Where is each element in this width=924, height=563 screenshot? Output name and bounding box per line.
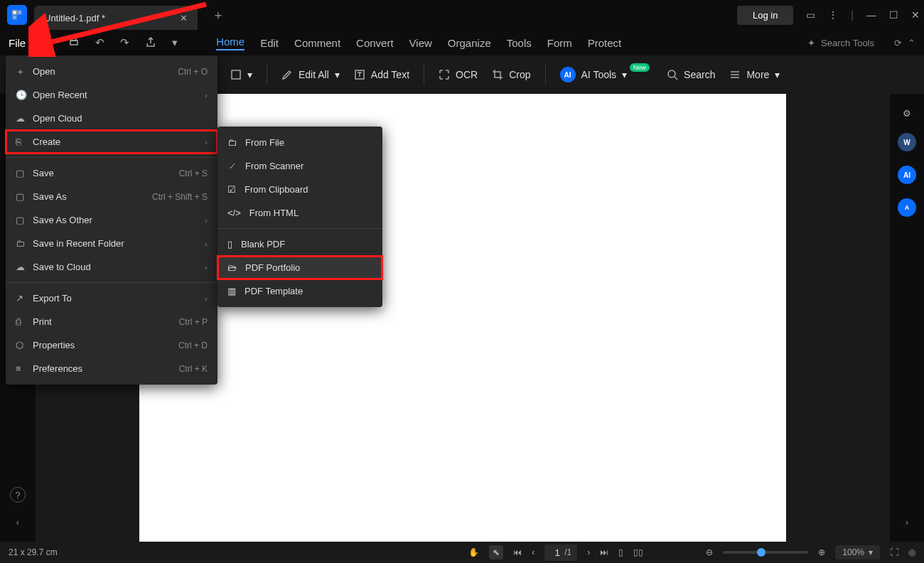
edit-all-button[interactable]: Edit All▾ (281, 69, 340, 80)
word-export-icon[interactable]: W (898, 133, 916, 151)
zoom-level-select[interactable]: 100%▾ (835, 545, 880, 559)
ai-tools-button[interactable]: AIAI Tools▾New (560, 67, 653, 82)
menu-open-recent[interactable]: 🕒Open Recent› (6, 83, 217, 107)
fit-screen-icon[interactable]: ⛶ (890, 547, 898, 557)
tab-protect[interactable]: Protect (588, 37, 622, 49)
tab-title: Untitled-1.pdf * (44, 13, 105, 23)
menu-open-cloud[interactable]: ☁Open Cloud (6, 107, 217, 130)
open-icon[interactable] (41, 36, 53, 50)
kebab-menu-icon[interactable]: ⋮ (828, 9, 838, 21)
submenu-from-html[interactable]: </>From HTML (217, 201, 382, 225)
menubar: File ↶ ↷ ▾ Home Edit Comment Convert Vie… (0, 30, 924, 55)
add-text-button[interactable]: Add Text (354, 69, 409, 80)
submenu-pdf-template[interactable]: ▥PDF Template (217, 279, 382, 303)
tab-organize[interactable]: Organize (448, 37, 491, 49)
first-page-icon[interactable]: ⏮ (513, 547, 522, 557)
svg-rect-2 (13, 16, 16, 19)
right-rail: ⚙ W AI A › (890, 94, 924, 542)
page-dimensions: 21 x 29.7 cm (9, 547, 58, 557)
crop-button[interactable]: Crop (492, 69, 530, 80)
tab-convert[interactable]: Convert (356, 37, 394, 49)
svg-point-7 (668, 70, 675, 77)
single-page-icon[interactable]: ▯ (618, 547, 623, 557)
share-icon[interactable] (145, 36, 156, 50)
create-submenu: 🗀From File ⟋From Scanner ☑From Clipboard… (217, 127, 382, 307)
svg-rect-1 (18, 11, 21, 14)
svg-rect-5 (232, 70, 240, 79)
zoom-out-icon[interactable]: ⊖ (706, 547, 713, 557)
settings-sliders-icon[interactable]: ⚙ (903, 108, 911, 119)
close-window-icon[interactable]: ✕ (911, 9, 920, 21)
menu-preferences[interactable]: ≡PreferencesCtrl + K (6, 357, 217, 380)
file-menu-dropdown: ＋OpenCtrl + O 🕒Open Recent› ☁Open Cloud … (6, 55, 217, 385)
menu-save-as-other[interactable]: ▢Save As Other› (6, 208, 217, 232)
tab-view[interactable]: View (409, 37, 432, 49)
shape-tool[interactable]: ▾ (230, 69, 252, 80)
new-tab-button[interactable]: ＋ (212, 6, 225, 23)
next-page-icon[interactable]: › (587, 547, 590, 557)
menu-save-recent-folder[interactable]: 🗀Save in Recent Folder› (6, 232, 217, 255)
double-page-icon[interactable]: ▯▯ (633, 547, 643, 557)
svg-rect-0 (13, 11, 16, 14)
tab-form[interactable]: Form (547, 37, 572, 49)
search-tools-icon: ✦ (807, 38, 815, 48)
tab-edit[interactable]: Edit (260, 37, 279, 49)
prev-page-icon[interactable]: ‹ (532, 547, 534, 557)
menu-save-as[interactable]: ▢Save AsCtrl + Shift + S (6, 185, 217, 208)
submenu-pdf-portfolio[interactable]: 🗁PDF Portfolio (217, 256, 382, 279)
hand-tool-icon[interactable]: ✋ (468, 547, 479, 557)
page-number-input[interactable] (550, 546, 564, 559)
menu-open[interactable]: ＋OpenCtrl + O (6, 60, 217, 83)
submenu-from-clipboard[interactable]: ☑From Clipboard (217, 178, 382, 201)
translate-icon[interactable]: A (898, 198, 916, 217)
page-total: /1 (564, 547, 571, 557)
maximize-window-icon[interactable]: ☐ (889, 9, 898, 21)
ai-sidebar-icon[interactable]: AI (898, 166, 916, 184)
svg-rect-3 (70, 41, 77, 45)
login-button[interactable]: Log in (737, 6, 793, 25)
svg-rect-4 (72, 38, 76, 41)
select-tool-icon[interactable]: ⬉ (489, 545, 503, 559)
search-tools-label[interactable]: Search Tools (821, 38, 874, 48)
tab-comment[interactable]: Comment (294, 37, 340, 49)
ocr-button[interactable]: OCR (439, 69, 478, 80)
fit-width-icon[interactable]: ◎ (908, 547, 915, 557)
menu-create[interactable]: ⎘Create› (6, 130, 217, 154)
submenu-from-file[interactable]: 🗀From File (217, 131, 382, 154)
titlebar: Untitled-1.pdf * ✕ ＋ Log in ▭ ⋮ | — ☐ ✕ (0, 0, 924, 30)
tab-home[interactable]: Home (216, 36, 245, 50)
menu-print[interactable]: ⎙PrintCtrl + P (6, 310, 217, 333)
last-page-icon[interactable]: ⏭ (600, 547, 608, 557)
tab-tools[interactable]: Tools (507, 37, 532, 49)
dropdown-icon[interactable]: ▾ (172, 36, 178, 49)
collapse-right-icon[interactable]: › (906, 517, 908, 527)
more-button[interactable]: More▾ (729, 69, 780, 80)
submenu-from-scanner[interactable]: ⟋From Scanner (217, 154, 382, 178)
zoom-in-icon[interactable]: ⊕ (818, 547, 825, 557)
minimize-window-icon[interactable]: — (866, 9, 876, 21)
redo-icon[interactable]: ↷ (120, 36, 129, 49)
submenu-blank-pdf[interactable]: ▯Blank PDF (217, 232, 382, 256)
menu-save[interactable]: ▢SaveCtrl + S (6, 161, 217, 185)
sync-icon[interactable]: ⟳ (894, 38, 902, 48)
close-tab-icon[interactable]: ✕ (180, 13, 188, 23)
menu-file[interactable]: File (9, 37, 26, 49)
print-icon[interactable] (68, 36, 80, 50)
menu-export-to[interactable]: ↗Export To› (6, 286, 217, 310)
help-icon[interactable]: ? (10, 487, 26, 503)
search-button[interactable]: Search (667, 69, 715, 80)
app-logo-icon (7, 5, 27, 25)
undo-icon[interactable]: ↶ (95, 36, 104, 49)
zoom-slider[interactable] (723, 551, 808, 554)
statusbar: 21 x 29.7 cm ✋ ⬉ ⏮ ‹ /1 › ⏭ ▯ ▯▯ ⊖ ⊕ 100… (0, 542, 924, 563)
expand-icon[interactable]: ⌃ (908, 38, 915, 48)
collapse-left-icon[interactable]: ‹ (16, 517, 19, 527)
menu-properties[interactable]: ⬡PropertiesCtrl + D (6, 333, 217, 357)
menu-save-cloud[interactable]: ☁Save to Cloud› (6, 255, 217, 279)
document-tab[interactable]: Untitled-1.pdf * ✕ (34, 6, 198, 30)
notification-icon[interactable]: ▭ (806, 9, 815, 21)
